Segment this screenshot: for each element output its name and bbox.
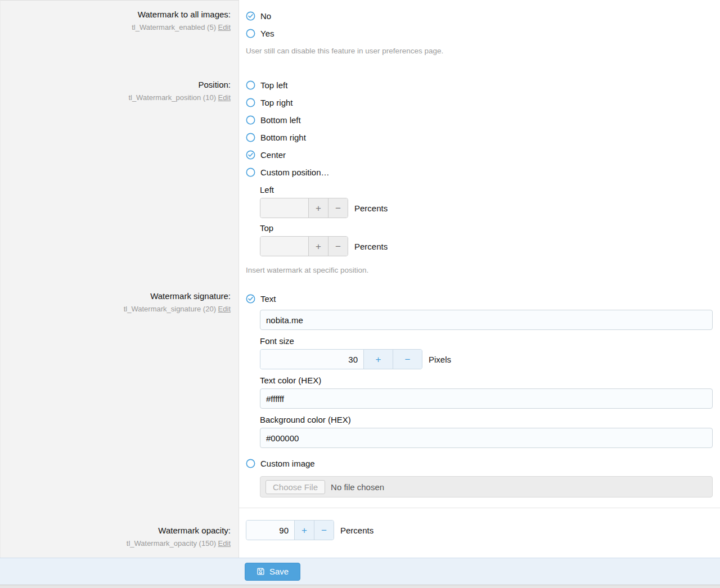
- row-explanation: User still can disable this feature in u…: [246, 46, 720, 56]
- row-hint: tl_Watermark_signature (20) Edit: [1, 304, 231, 314]
- radio-option-yes[interactable]: Yes: [246, 25, 720, 42]
- radio-option-no[interactable]: No: [246, 7, 720, 25]
- font-size-label: Font size: [260, 336, 713, 346]
- text-signature-fields: Font size + − Pixels Text color (HEX) Ba…: [260, 310, 713, 448]
- radio-label: Custom image: [260, 459, 315, 468]
- row-content-column: Text Font size + − Pixels Text color (HE…: [239, 281, 720, 508]
- text-color-label: Text color (HEX): [260, 375, 713, 386]
- save-icon: [256, 567, 265, 576]
- row-content-column: Top left Top right Bottom left Bottom ri…: [239, 67, 720, 281]
- font-size-stepper: + −: [260, 349, 422, 369]
- radio-option-bottom-left[interactable]: Bottom left: [246, 111, 720, 129]
- font-size-row: + − Pixels: [260, 349, 713, 369]
- row-explanation: Insert watermark at specific position.: [246, 265, 720, 275]
- option-id: tl_Watermark_opacity (150): [127, 539, 216, 548]
- settings-row-watermark-enabled: Watermark to all images: tl_Watermark_en…: [0, 0, 720, 67]
- row-label-column: Watermark opacity: tl_Watermark_opacity …: [0, 508, 239, 558]
- radio-option-text[interactable]: Text: [246, 290, 720, 307]
- radio-label: Top right: [260, 98, 293, 107]
- unit-label: Percents: [354, 203, 388, 213]
- radio-label: Bottom left: [260, 115, 301, 125]
- decrement-button[interactable]: −: [328, 198, 348, 218]
- increment-button[interactable]: +: [294, 521, 314, 540]
- option-id: tl_Watermark_position (10): [128, 93, 216, 102]
- font-size-input[interactable]: [260, 350, 363, 369]
- radio-unchecked-icon: [246, 98, 255, 107]
- unit-label: Percents: [354, 242, 388, 251]
- option-id: tl_Watermark_enabled (5): [132, 23, 216, 31]
- left-field-row: + − Percents: [260, 198, 713, 218]
- increment-button[interactable]: +: [363, 350, 393, 369]
- watermark-file-input[interactable]: Choose File No file chosen: [260, 476, 713, 497]
- unit-label: Percents: [340, 526, 374, 535]
- save-bar: Save: [0, 558, 720, 585]
- settings-row-watermark-opacity: Watermark opacity: tl_Watermark_opacity …: [0, 508, 720, 558]
- option-id: tl_Watermark_signature (20): [124, 305, 216, 313]
- radio-label: Text: [260, 294, 276, 304]
- watermark-options-page: Watermark to all images: tl_Watermark_en…: [0, 0, 720, 588]
- edit-link[interactable]: Edit: [218, 23, 231, 31]
- settings-row-watermark-position: Position: tl_Watermark_position (10) Edi…: [0, 67, 720, 281]
- opacity-input[interactable]: [246, 521, 294, 540]
- signature-text-input[interactable]: [260, 310, 713, 330]
- row-hint: tl_Watermark_enabled (5) Edit: [1, 22, 231, 32]
- row-label-column: Position: tl_Watermark_position (10) Edi…: [0, 67, 239, 281]
- row-hint: tl_Watermark_position (10) Edit: [1, 93, 231, 102]
- radio-option-center[interactable]: Center: [246, 146, 720, 164]
- opacity-field-row: + − Percents: [246, 520, 720, 540]
- decrement-button[interactable]: −: [393, 350, 422, 369]
- radio-unchecked-icon: [246, 459, 255, 468]
- radio-checked-icon: [246, 294, 255, 304]
- radio-option-top-left[interactable]: Top left: [246, 76, 720, 94]
- text-color-input[interactable]: [260, 388, 713, 409]
- background-color-label: Background color (HEX): [260, 414, 713, 425]
- radio-unchecked-icon: [246, 29, 255, 38]
- row-content-column: No Yes User still can disable this featu…: [239, 0, 720, 67]
- background-color-input[interactable]: [260, 428, 713, 448]
- top-field-row: + − Percents: [260, 236, 713, 256]
- save-button-label: Save: [269, 567, 289, 576]
- radio-label: Bottom right: [260, 133, 306, 142]
- row-title: Watermark to all images:: [1, 8, 231, 20]
- page-bottom-strip: [0, 585, 720, 588]
- row-title: Watermark signature:: [1, 290, 231, 302]
- top-percent-stepper: + −: [260, 236, 348, 256]
- radio-label: Custom position…: [260, 168, 330, 177]
- opacity-stepper: + −: [246, 520, 334, 540]
- row-title: Watermark opacity:: [1, 524, 231, 536]
- radio-label: No: [260, 11, 271, 21]
- file-chosen-status: No file chosen: [331, 482, 384, 492]
- decrement-button[interactable]: −: [328, 237, 348, 256]
- left-percent-input[interactable]: [260, 198, 308, 218]
- left-field-label: Left: [260, 184, 713, 195]
- left-percent-stepper: + −: [260, 198, 348, 218]
- radio-option-custom-position[interactable]: Custom position…: [246, 164, 720, 181]
- row-content-column: + − Percents: [239, 508, 720, 558]
- row-label-column: Watermark to all images: tl_Watermark_en…: [0, 0, 239, 67]
- radio-unchecked-icon: [246, 133, 255, 142]
- radio-option-bottom-right[interactable]: Bottom right: [246, 129, 720, 146]
- radio-label: Yes: [260, 29, 274, 38]
- edit-link[interactable]: Edit: [218, 539, 231, 548]
- unit-label: Pixels: [429, 355, 451, 364]
- radio-unchecked-icon: [246, 168, 255, 177]
- custom-position-fields: Left + − Percents Top + − P: [260, 184, 713, 256]
- increment-button[interactable]: +: [308, 237, 328, 256]
- custom-image-fields: Choose File No file chosen: [260, 476, 713, 497]
- edit-link[interactable]: Edit: [218, 305, 231, 313]
- save-button[interactable]: Save: [245, 563, 300, 581]
- top-field-label: Top: [260, 223, 713, 233]
- choose-file-button[interactable]: Choose File: [266, 480, 325, 494]
- radio-option-top-right[interactable]: Top right: [246, 94, 720, 111]
- radio-checked-icon: [246, 11, 255, 21]
- row-title: Position:: [1, 79, 231, 91]
- radio-label: Top left: [260, 80, 287, 90]
- top-percent-input[interactable]: [260, 237, 308, 256]
- edit-link[interactable]: Edit: [218, 93, 231, 102]
- settings-row-watermark-signature: Watermark signature: tl_Watermark_signat…: [0, 281, 720, 508]
- decrement-button[interactable]: −: [314, 521, 334, 540]
- radio-unchecked-icon: [246, 115, 255, 125]
- row-hint: tl_Watermark_opacity (150) Edit: [1, 539, 231, 548]
- increment-button[interactable]: +: [308, 198, 328, 218]
- radio-option-custom-image[interactable]: Custom image: [246, 455, 720, 472]
